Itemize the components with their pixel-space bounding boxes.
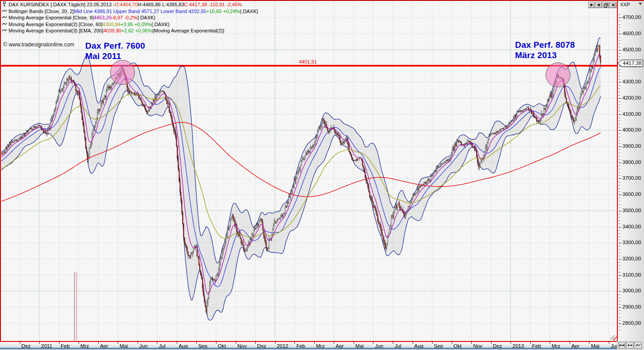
y-minor-tick	[619, 159, 620, 160]
legend-line[interactable]: Bollinger Bands [Close, 20, 2] Mid Line …	[2, 8, 258, 15]
vertical-marker-gray[interactable]	[74, 272, 75, 341]
x-axis-tick	[491, 342, 492, 344]
close-button[interactable]	[610, 2, 616, 8]
y-minor-tick	[619, 262, 620, 263]
legend-text: -8,97 -0,2%	[112, 14, 138, 21]
y-minor-tick	[619, 317, 620, 318]
fit-series-button[interactable]	[635, 342, 642, 349]
pane-resize-handle[interactable]	[609, 334, 616, 341]
legend-text: {.DAXK}	[152, 21, 170, 28]
back-arrow-button[interactable]	[588, 2, 595, 8]
legend-line[interactable]: Moving Average Exponential(2) [Close, 60…	[2, 21, 258, 28]
annotation-line: Dax Perf. 8078	[515, 40, 575, 50]
x-axis-tick	[236, 342, 236, 344]
x-axis-tick	[78, 342, 79, 344]
x-axis-tick	[294, 342, 295, 344]
y-axis-label: 4700,00	[622, 14, 641, 20]
forward-arrow-button[interactable]	[595, 2, 602, 8]
x-axis-tick	[452, 342, 452, 344]
y-minor-tick	[619, 73, 620, 73]
y-major-tick	[619, 50, 621, 50]
instrument-icon	[2, 1, 8, 8]
y-minor-tick	[619, 27, 620, 28]
fit-horizontal-button[interactable]	[618, 342, 626, 349]
legend-line[interactable]: DAX KURSINDEX [.DAXK Täglich] 23.05.2013…	[2, 1, 258, 8]
pan-horizontal-button[interactable]	[626, 342, 634, 349]
y-major-tick	[619, 195, 621, 195]
legend-text: 4039,90	[103, 27, 121, 34]
y-minor-tick	[619, 150, 620, 150]
x-axis-tick	[413, 342, 413, 344]
y-axis-label: 2800,00	[622, 320, 641, 326]
y-minor-tick	[619, 31, 620, 31]
resistance-line-label: 4401,51	[299, 59, 317, 64]
chevron-down-icon[interactable]	[639, 3, 642, 5]
y-axis-label: 3400,00	[622, 224, 641, 229]
x-axis-tick	[196, 342, 197, 344]
y-minor-tick	[619, 40, 620, 41]
x-axis-tick	[373, 342, 373, 344]
y-minor-tick	[619, 327, 620, 327]
x-axis-tick	[20, 342, 20, 344]
y-minor-tick	[619, 105, 620, 105]
y-major-tick	[619, 18, 621, 18]
y-minor-tick	[619, 310, 620, 311]
price-axis[interactable]: XXP 4700,004600,004500,004400,004300,004…	[617, 0, 644, 341]
y-minor-tick	[619, 250, 620, 250]
y-minor-tick	[619, 53, 620, 54]
y-major-tick	[619, 291, 621, 291]
highlight-circle[interactable]	[546, 63, 570, 87]
horizontal-scrollbar[interactable]	[0, 348, 617, 349]
y-minor-tick	[619, 37, 620, 37]
y-major-tick	[619, 146, 621, 147]
y-major-tick	[619, 34, 621, 34]
y-minor-tick	[619, 143, 620, 144]
y-minor-tick	[619, 124, 620, 124]
x-axis-tick	[157, 342, 157, 344]
y-minor-tick	[619, 69, 620, 70]
legend-line[interactable]: Moving Average Exponential [Close, 9] 44…	[2, 14, 258, 21]
annotation-maerz-2013[interactable]: Dax Perf. 8078 März 2013	[515, 40, 575, 60]
y-minor-tick	[619, 182, 620, 182]
legend-line[interactable]: Moving Average Exponential(3) [EMA, 200]…	[2, 27, 258, 34]
legend-text: +2,62 +0,06%	[121, 27, 152, 34]
legend-text: 4300,84	[102, 21, 120, 28]
x-axis-tick	[255, 342, 256, 344]
legend-text: Bollinger Bands [Close, 20, 2]	[9, 8, 74, 15]
y-minor-tick	[619, 185, 620, 186]
y-minor-tick	[619, 304, 620, 305]
y-minor-tick	[619, 137, 620, 137]
y-axis-label: 4000,00	[622, 127, 641, 132]
legend-text: Mid Line 4386,91 Upper Band 4571,27 Lowe…	[74, 8, 207, 15]
x-axis-tick	[59, 342, 60, 344]
legend-text: C:4417,38 -110,91 -2,45%	[184, 1, 242, 8]
y-minor-tick	[619, 236, 620, 237]
indicator-legend: DAX KURSINDEX [.DAXK Täglich] 23.05.2013…	[2, 1, 258, 34]
legend-text: O:4464,70	[115, 1, 138, 8]
annotation-mai-2011[interactable]: Dax Perf. 7600 Mai 2011	[85, 41, 145, 61]
window-border-left	[0, 0, 1, 341]
y-minor-tick	[619, 220, 620, 221]
highlight-circle[interactable]	[110, 60, 135, 85]
y-minor-tick	[619, 47, 620, 47]
y-minor-tick	[619, 301, 620, 301]
vertical-marker-pink[interactable]	[76, 272, 77, 341]
y-axis-label: 4100,00	[622, 111, 641, 117]
y-minor-tick	[619, 240, 620, 240]
x-axis-tick	[589, 342, 589, 344]
restore-window-button[interactable]	[603, 2, 609, 8]
legend-text: +10,65 +0,24%	[206, 8, 240, 15]
annotation-line: Mai 2011	[85, 51, 145, 61]
y-major-tick	[619, 178, 621, 179]
y-axis-label: 3900,00	[622, 143, 641, 149]
y-minor-tick	[619, 320, 620, 321]
y-minor-tick	[619, 172, 620, 173]
x-axis-tick	[393, 342, 393, 344]
y-minor-tick	[619, 108, 620, 108]
legend-text: H:4465,86 L:4395,83	[138, 1, 184, 8]
zoom-tool-buttons	[618, 342, 642, 349]
y-axis-label: 3700,00	[622, 175, 641, 181]
x-axis-tick	[177, 342, 177, 344]
y-axis-label: 3500,00	[622, 208, 641, 213]
y-minor-tick	[619, 121, 620, 121]
